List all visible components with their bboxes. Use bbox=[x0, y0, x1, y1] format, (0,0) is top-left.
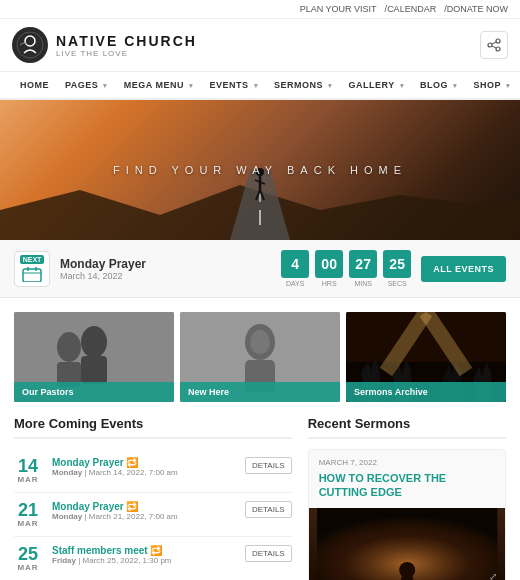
expand-icon: ⤢ bbox=[489, 571, 497, 580]
event-day-2: 21 bbox=[18, 501, 38, 519]
event-day-3: 25 bbox=[18, 545, 38, 563]
event-date-box-2: 21 MAR bbox=[14, 501, 42, 528]
secs-label: SECS bbox=[388, 280, 407, 287]
event-when-2: Monday | March 21, 2022, 7:00 am bbox=[52, 512, 235, 521]
nav-pages[interactable]: PAGES ▾ bbox=[57, 72, 116, 98]
image-card-new-here[interactable]: New Here bbox=[180, 312, 340, 402]
event-month-3: MAR bbox=[17, 563, 38, 572]
event-info-2: Monday Prayer 🔁 Monday | March 21, 2022,… bbox=[52, 501, 235, 521]
logo-text: NATIVE CHURCH LIVE THE LOVE bbox=[56, 33, 197, 58]
brand-name: NATIVE CHURCH bbox=[56, 33, 197, 49]
svg-point-22 bbox=[81, 326, 107, 358]
event-item-3: 25 MAR Staff members meet 🔁 Friday | Mar… bbox=[14, 537, 292, 580]
svg-line-6 bbox=[492, 46, 496, 48]
event-day-1: 14 bbox=[18, 457, 38, 475]
mins-label: MINS bbox=[354, 280, 372, 287]
countdown-days: 4 DAYS bbox=[281, 250, 309, 287]
next-label: NEXT bbox=[20, 255, 45, 264]
svg-rect-36 bbox=[401, 576, 413, 580]
hero-headline: FIND YOUR WAY BACK HOME bbox=[113, 164, 407, 176]
event-info-3: Staff members meet 🔁 Friday | March 25, … bbox=[52, 545, 235, 565]
days-num: 4 bbox=[281, 250, 309, 278]
logo-icon bbox=[12, 27, 48, 63]
countdown-hrs: 00 HRS bbox=[315, 250, 343, 287]
event-item-2: 21 MAR Monday Prayer 🔁 Monday | March 21… bbox=[14, 493, 292, 537]
event-info-1: Monday Prayer 🔁 Monday | March 14, 2022,… bbox=[52, 457, 235, 477]
countdown-mins: 27 MINS bbox=[349, 250, 377, 287]
details-btn-3[interactable]: DETAILS bbox=[245, 545, 292, 562]
image-cards-row: Our Pastors New Here Sermons Archive bbox=[0, 298, 520, 416]
nav-gallery[interactable]: GALLERY ▾ bbox=[341, 72, 413, 98]
logo-area: NATIVE CHURCH LIVE THE LOVE bbox=[12, 27, 472, 63]
sermons-section-title: Recent Sermons bbox=[308, 416, 506, 439]
countdown-secs: 25 SECS bbox=[383, 250, 411, 287]
event-month-2: MAR bbox=[17, 519, 38, 528]
event-name-1: Monday Prayer 🔁 bbox=[52, 457, 235, 468]
hrs-label: HRS bbox=[322, 280, 337, 287]
event-bar: NEXT Monday Prayer March 14, 2022 4 DAYS… bbox=[0, 240, 520, 298]
nav-mega-menu[interactable]: MEGA MENU ▾ bbox=[116, 72, 202, 98]
nav-events[interactable]: EVENTS ▾ bbox=[202, 72, 267, 98]
svg-rect-16 bbox=[23, 269, 41, 282]
svg-point-2 bbox=[496, 39, 500, 43]
donate-link[interactable]: DONATE NOW bbox=[447, 4, 508, 14]
event-date-box-1: 14 MAR bbox=[14, 457, 42, 484]
countdown: 4 DAYS 00 HRS 27 MINS 25 SECS bbox=[281, 250, 411, 287]
hero-text: FIND YOUR WAY BACK HOME bbox=[113, 164, 407, 176]
nav-blog[interactable]: BLOG ▾ bbox=[412, 72, 466, 98]
svg-point-35 bbox=[399, 562, 415, 578]
days-label: DAYS bbox=[286, 280, 305, 287]
header: NATIVE CHURCH LIVE THE LOVE bbox=[0, 19, 520, 72]
event-name-3: Staff members meet 🔁 bbox=[52, 545, 235, 556]
svg-point-4 bbox=[496, 47, 500, 51]
all-events-button[interactable]: ALL EVENTS bbox=[421, 256, 506, 282]
details-btn-1[interactable]: DETAILS bbox=[245, 457, 292, 474]
svg-point-28 bbox=[250, 330, 270, 354]
event-date-box-3: 25 MAR bbox=[14, 545, 42, 572]
events-section-title: More Coming Events bbox=[14, 416, 292, 439]
pastors-label: Our Pastors bbox=[14, 382, 174, 402]
event-name-2: Monday Prayer 🔁 bbox=[52, 501, 235, 512]
nav-sermons[interactable]: SERMONS ▾ bbox=[266, 72, 341, 98]
calendar-link[interactable]: CALENDAR bbox=[387, 4, 436, 14]
calendar-icon: NEXT bbox=[14, 251, 50, 287]
event-title: Monday Prayer bbox=[60, 257, 271, 271]
secs-num: 25 bbox=[383, 250, 411, 278]
sermons-label: Sermons Archive bbox=[346, 382, 506, 402]
image-card-sermons[interactable]: Sermons Archive bbox=[346, 312, 506, 402]
events-column: More Coming Events 14 MAR Monday Prayer … bbox=[14, 416, 292, 580]
event-month-1: MAR bbox=[17, 475, 38, 484]
mins-num: 27 bbox=[349, 250, 377, 278]
event-title-area: Monday Prayer March 14, 2022 bbox=[60, 257, 271, 281]
svg-rect-24 bbox=[81, 356, 107, 384]
details-btn-2[interactable]: DETAILS bbox=[245, 501, 292, 518]
event-item-1: 14 MAR Monday Prayer 🔁 Monday | March 14… bbox=[14, 449, 292, 493]
svg-point-3 bbox=[488, 43, 492, 47]
svg-line-5 bbox=[492, 42, 496, 44]
share-button[interactable] bbox=[480, 31, 508, 59]
top-bar: PLAN YOUR VISIT / CALENDAR / DONATE NOW bbox=[0, 0, 520, 19]
tagline: LIVE THE LOVE bbox=[56, 49, 197, 58]
event-date: March 14, 2022 bbox=[60, 271, 271, 281]
new-here-label: New Here bbox=[180, 382, 340, 402]
hrs-num: 00 bbox=[315, 250, 343, 278]
main-content: More Coming Events 14 MAR Monday Prayer … bbox=[0, 416, 520, 580]
sermon-card: MARCH 7, 2022 HOW TO RECOVER THE CUTTING… bbox=[308, 449, 506, 580]
nav-home[interactable]: HOME bbox=[12, 72, 57, 98]
sermon-thumbnail[interactable]: ⤢ bbox=[309, 508, 505, 580]
image-card-pastors[interactable]: Our Pastors bbox=[14, 312, 174, 402]
nav-shop[interactable]: SHOP ▾ bbox=[466, 72, 519, 98]
event-when-3: Friday | March 25, 2022, 1:30 pm bbox=[52, 556, 235, 565]
sermons-column: Recent Sermons MARCH 7, 2022 HOW TO RECO… bbox=[308, 416, 506, 580]
sermon-title: HOW TO RECOVER THE CUTTING EDGE bbox=[309, 471, 505, 508]
main-nav: HOME PAGES ▾ MEGA MENU ▾ EVENTS ▾ SERMON… bbox=[0, 72, 520, 100]
event-when-1: Monday | March 14, 2022, 7:00 am bbox=[52, 468, 235, 477]
sermon-date: MARCH 7, 2022 bbox=[309, 450, 505, 471]
svg-point-21 bbox=[57, 332, 81, 362]
hero-section: FIND YOUR WAY BACK HOME bbox=[0, 100, 520, 240]
plan-visit-link[interactable]: PLAN YOUR VISIT bbox=[300, 4, 377, 14]
